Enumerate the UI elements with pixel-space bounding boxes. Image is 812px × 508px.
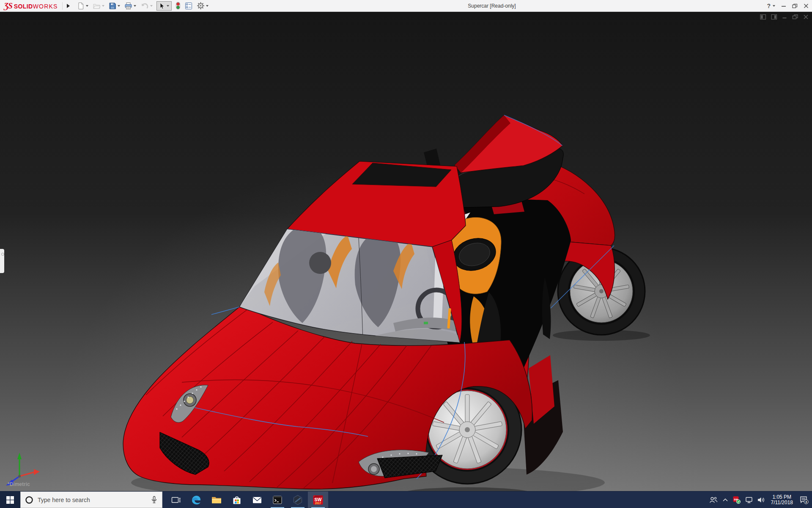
- document-title: Supercar [Read-only]: [468, 3, 516, 9]
- y-axis-icon: [17, 453, 22, 459]
- hexagon-app-button[interactable]: [288, 491, 308, 508]
- microphone-icon[interactable]: [151, 496, 158, 504]
- undo-button[interactable]: [139, 1, 154, 11]
- network-icon[interactable]: [745, 496, 753, 504]
- doc-restore-button[interactable]: [792, 14, 798, 20]
- traffic-light-icon: [176, 2, 181, 10]
- taskbar-search[interactable]: [20, 491, 162, 508]
- new-document-icon: [77, 2, 85, 10]
- open-folder-icon: [93, 2, 101, 10]
- system-tray: sw 1:05 PM 7/11/2018: [709, 491, 812, 508]
- search-input[interactable]: [37, 496, 147, 504]
- new-dropdown-caret[interactable]: [86, 5, 88, 7]
- quick-access-toolbar: [76, 1, 210, 11]
- file-properties-button[interactable]: [184, 1, 194, 11]
- solidworks-screen: ƷS SOLID WORKS: [0, 0, 812, 508]
- select-dropdown-caret[interactable]: [167, 5, 169, 7]
- collapsed-panel-tab[interactable]: [0, 249, 4, 273]
- save-floppy-icon: [109, 2, 116, 10]
- command-prompt-icon: [272, 494, 283, 505]
- file-explorer-button[interactable]: [206, 491, 227, 508]
- print-icon: [124, 2, 132, 10]
- svg-text:2017: 2017: [315, 502, 321, 505]
- store-button[interactable]: [227, 491, 247, 508]
- clock-time: 1:05 PM: [771, 494, 793, 500]
- print-button[interactable]: [123, 1, 137, 11]
- chevron-up-icon[interactable]: [722, 497, 729, 503]
- mail-button[interactable]: [247, 491, 267, 508]
- gear-icon: [197, 2, 205, 10]
- file-explorer-icon: [211, 494, 222, 505]
- action-center-icon: 3: [799, 495, 809, 505]
- close-button[interactable]: [804, 3, 809, 8]
- select-tool-button[interactable]: [156, 1, 172, 11]
- car-3d-model[interactable]: [0, 11, 812, 491]
- start-button[interactable]: [0, 491, 20, 508]
- minimize-button[interactable]: [781, 3, 786, 8]
- taskbar-apps: SW 2017: [166, 491, 328, 508]
- volume-icon[interactable]: [757, 496, 765, 504]
- windows-logo-icon: [6, 496, 14, 504]
- undo-icon: [140, 2, 149, 10]
- show-pane-left-icon[interactable]: [760, 14, 766, 20]
- document-window-controls: [760, 14, 809, 20]
- undo-dropdown-caret[interactable]: [150, 5, 153, 7]
- help-dropdown-caret[interactable]: [773, 5, 775, 7]
- window-controls: ?: [767, 0, 809, 11]
- taskbar-clock[interactable]: 1:05 PM 7/11/2018: [771, 494, 793, 505]
- toolbar-separator: [62, 2, 63, 10]
- doc-minimize-button[interactable]: [782, 14, 787, 20]
- solidworks-logo: ƷS SOLID WORKS: [4, 1, 58, 11]
- task-view-button[interactable]: [166, 491, 186, 508]
- windows-taskbar: SW 2017 sw: [0, 491, 812, 508]
- solidworks-app-icon: SW 2017: [312, 494, 324, 506]
- open-dropdown-caret[interactable]: [102, 5, 104, 7]
- print-dropdown-caret[interactable]: [134, 5, 136, 7]
- store-icon: [231, 494, 242, 505]
- expand-menu-arrow-icon[interactable]: [67, 4, 70, 8]
- open-document-button[interactable]: [91, 1, 106, 11]
- show-pane-right-icon[interactable]: [771, 14, 777, 20]
- hexagon-app-icon: [292, 494, 303, 505]
- solidworks-logo-icon: ƷS: [4, 1, 12, 11]
- restore-button[interactable]: [792, 3, 798, 8]
- title-bar: ƷS SOLID WORKS: [0, 0, 812, 12]
- new-document-button[interactable]: [76, 1, 90, 11]
- view-orientation-label: *Dimetric: [8, 481, 30, 487]
- clock-date: 7/11/2018: [771, 500, 793, 505]
- save-dropdown-caret[interactable]: [118, 5, 120, 7]
- save-button[interactable]: [107, 1, 121, 11]
- x-axis-icon: [34, 469, 40, 475]
- options-dropdown-caret[interactable]: [206, 5, 208, 7]
- brand-works: WORKS: [33, 3, 58, 10]
- rebuild-button[interactable]: [174, 1, 182, 11]
- notification-badge: 3: [805, 500, 807, 504]
- solidworks-tray-icon[interactable]: sw: [732, 496, 741, 504]
- options-button[interactable]: [195, 1, 210, 11]
- action-center-button[interactable]: 3: [798, 494, 809, 505]
- select-cursor-icon: [159, 3, 165, 9]
- solidworks-app-button[interactable]: SW 2017: [308, 491, 328, 508]
- command-prompt-button[interactable]: [267, 491, 288, 508]
- brand-solid: SOLID: [14, 3, 33, 10]
- panel-tab-dot-icon: [1, 253, 4, 256]
- edge-button[interactable]: [186, 491, 206, 508]
- edge-icon: [191, 494, 202, 505]
- properties-list-icon: [185, 2, 192, 10]
- people-icon[interactable]: [709, 496, 718, 504]
- graphics-viewport[interactable]: *Dimetric: [0, 11, 812, 491]
- help-button[interactable]: ?: [767, 3, 775, 9]
- cortana-icon: [25, 496, 33, 504]
- doc-close-button[interactable]: [803, 14, 809, 20]
- task-view-icon: [171, 495, 181, 505]
- mail-icon: [252, 494, 263, 505]
